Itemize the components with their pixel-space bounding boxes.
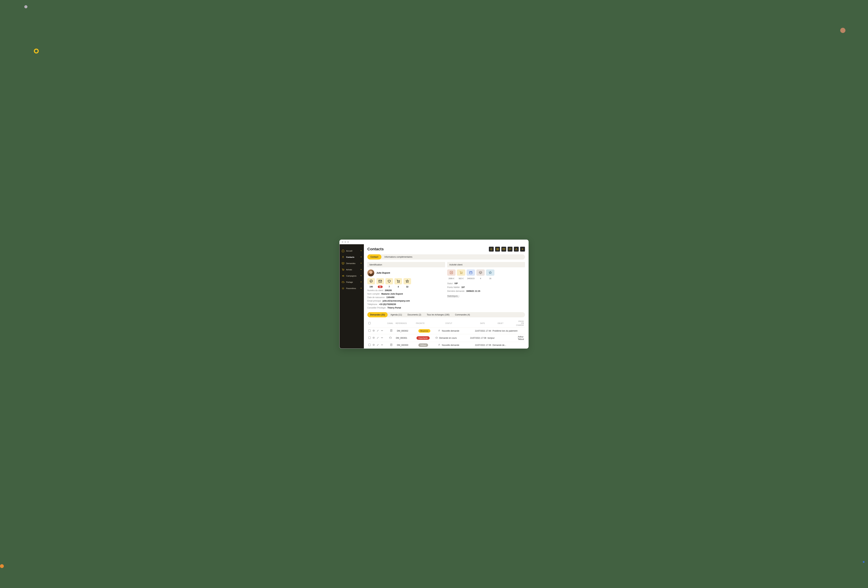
subtab-documents[interactable]: Documents (2) [404,312,424,318]
stat-comments[interactable]: 190 [368,278,375,288]
phone: +33 (0)170200230 [379,303,396,306]
priority-pill: Défaut [418,343,428,347]
nav-accueil[interactable]: Accueil ▼ [340,248,364,254]
table-row[interactable]: DM_000300 Défaut Nouvelle demande 21/07/… [368,342,525,348]
act-packages[interactable]: 4 [476,269,485,280]
cell-reference: DM_000302 [397,329,417,332]
stat-value: 32 [406,285,408,288]
view-icon[interactable] [372,344,375,347]
act-purchases[interactable]: 502 € [457,269,465,280]
mail-icon [378,279,382,283]
label: Date de naissance : [368,296,386,298]
act-lastdate[interactable]: 24/03/23 [466,269,475,280]
statistics-link[interactable]: Statistiques [447,295,459,297]
col-reference[interactable]: RÉFÉRENCE [396,322,415,324]
label: Points fidélité : [447,286,461,288]
chevron-down-icon: ▼ [360,250,362,251]
row-checkbox[interactable] [368,337,371,339]
table-row[interactable]: DM_000302 Moyenne Nouvelle demande 21/07… [368,328,525,334]
nav-partage[interactable]: Partage ▼ [340,279,364,285]
edit-icon[interactable] [377,329,379,332]
cloud-icon [342,281,344,284]
chat-button[interactable] [508,247,512,251]
edit-icon[interactable] [377,337,379,340]
traffic-light-max[interactable] [347,241,349,243]
user-icon [342,256,344,259]
statut-icon [435,337,438,340]
col-statut[interactable]: STATUT [435,322,463,324]
share-button[interactable] [514,247,519,251]
stat-mail[interactable]: 31 [376,278,384,288]
statut-icon [438,329,440,332]
more-icon[interactable] [381,344,383,347]
cart-icon [459,271,463,274]
traffic-light-min[interactable] [344,241,346,243]
cell-statut: Nouvelle demande [442,344,459,346]
tab-extra-info[interactable]: Informations complémentaires [381,254,416,260]
act-value: 24/03/23 [467,278,475,279]
nav-demandes[interactable]: Demandes ▼ [340,260,364,266]
avatar [368,269,374,276]
subtab-commandes[interactable]: Commandes (4) [452,312,473,318]
act-value: 2006 € [449,278,454,279]
row-checkbox[interactable] [368,329,371,332]
gear-icon [342,287,344,290]
act-value: 4 [480,278,481,279]
more-icon[interactable] [381,337,383,340]
nav-parametres[interactable]: Paramètres ▼ [340,285,364,291]
table-row[interactable]: DM_000301 Importante Demande en cours 21… [368,334,525,342]
edit-icon[interactable] [377,344,379,347]
page-title: Contacts [368,247,384,251]
nav-achats[interactable]: Achats ▼ [340,266,364,273]
cell-reference: DM_000301 [396,337,415,339]
home-icon [342,250,344,252]
nav-contacts[interactable]: Contacts ▼ [340,254,364,260]
act-stars[interactable]: 16 [486,269,495,280]
more-icon[interactable] [381,329,383,332]
bell-button[interactable] [489,247,494,251]
chevron-down-icon: ▼ [360,288,362,289]
star-icon [489,271,492,274]
nav-label: Partage [346,281,359,283]
subtab-agenda[interactable]: Agenda (11) [388,312,404,318]
stat-star[interactable]: 32 [403,278,411,288]
subtab-demandes[interactable]: Demandes (31) [368,312,388,318]
window-titlebar [340,240,528,244]
app-window: Accueil ▼ Contacts ▼ Demandes ▼ Achats ▼… [340,239,528,349]
col-objet[interactable]: OBJET [486,322,515,324]
subtab-echanges[interactable]: Tous les échanges (190) [424,312,452,318]
stat-heart[interactable]: 7 [385,278,393,288]
mail-button[interactable] [501,247,506,251]
panel-title: Activité client [447,262,525,267]
label: Numéro du client : [368,289,385,292]
grid-button[interactable] [495,247,500,251]
view-icon[interactable] [372,329,375,332]
cell-date: 21/07/2021 17:44 [469,329,491,332]
statut-icon [438,344,440,347]
select-all-checkbox[interactable] [368,322,371,324]
chevron-down-icon: ▼ [360,281,362,283]
nav-label: Achats [346,269,359,270]
sidebar: Accueil ▼ Contacts ▼ Demandes ▼ Achats ▼… [340,244,364,349]
cell-objet: Problème lors du paiement [493,329,523,332]
col-canal[interactable]: CANAL [386,322,394,324]
points-value: 197 [461,286,465,288]
view-icon[interactable] [372,337,375,340]
row-checkbox[interactable] [368,344,371,346]
act-revenue[interactable]: 2006 € [447,269,456,280]
tab-contact[interactable]: Contact [368,254,381,260]
label: Email principal : [368,300,382,302]
nav-label: Campagnes [346,275,359,277]
stat-cart[interactable]: 4 [394,278,402,288]
col-priorite[interactable]: PRIORITÉ [416,322,433,324]
add-button[interactable] [520,247,525,251]
nav-campagnes[interactable]: Campagnes ▼ [340,273,364,279]
act-value: 16 [489,278,491,279]
cart-icon [342,268,344,271]
traffic-light-close[interactable] [342,241,343,243]
cell-date: 21/07/2021 17:38 [465,337,486,339]
chevron-down-icon: ▼ [360,269,362,270]
col-date[interactable]: DATE [464,322,485,324]
panel-title: Identification [368,262,445,267]
col-charge[interactable]: PRISE EN CHARGE [516,321,524,326]
